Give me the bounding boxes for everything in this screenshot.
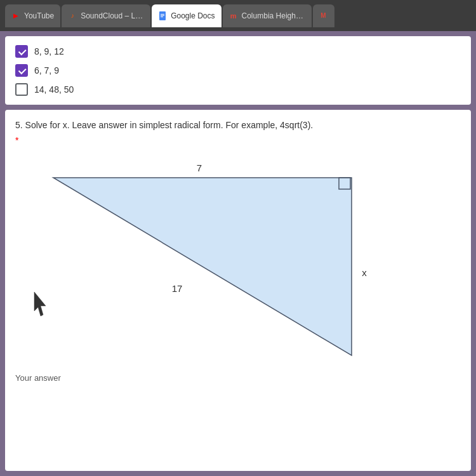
- gmail-favicon-icon: M: [319, 11, 328, 20]
- tab-soundcloud[interactable]: ♪ SoundCloud – Liste...: [62, 4, 150, 27]
- required-star: *: [15, 135, 18, 145]
- svg-marker-4: [53, 178, 352, 355]
- checkbox-3[interactable]: [15, 83, 28, 96]
- svg-rect-1: [161, 14, 164, 15]
- tab-bar: ▶ YouTube ♪ SoundCloud – Liste... Google…: [0, 0, 476, 31]
- diagram-area: 7 17 x: [15, 152, 461, 368]
- mc-option-3[interactable]: 14, 48, 50: [15, 83, 461, 96]
- your-answer-label[interactable]: Your answer: [15, 373, 461, 383]
- side-right-label: x: [362, 267, 367, 278]
- side-hyp-label: 17: [172, 283, 183, 294]
- tab-googledocs[interactable]: Google Docs: [152, 4, 221, 27]
- question-section: 5. Solve for x. Leave answer in simplest…: [5, 110, 471, 471]
- columbia-favicon-icon: m: [229, 11, 238, 20]
- triangle-diagram: 7 17 x: [15, 152, 447, 368]
- tab-columbia[interactable]: m Columbia Heights...: [223, 4, 312, 27]
- page-content: 8, 9, 12 6, 7, 9 14, 48, 50 5. Solve for…: [0, 31, 476, 476]
- mc-option-1-label: 8, 9, 12: [34, 46, 64, 56]
- question-text: 5. Solve for x. Leave answer in simplest…: [15, 119, 461, 132]
- soundcloud-favicon-icon: ♪: [68, 11, 77, 20]
- svg-marker-6: [34, 292, 46, 316]
- mc-option-3-label: 14, 48, 50: [34, 84, 74, 95]
- mc-section: 8, 9, 12 6, 7, 9 14, 48, 50: [5, 36, 471, 105]
- side-top-label: 7: [197, 162, 202, 173]
- tab-gmail[interactable]: M: [313, 4, 334, 27]
- checkbox-1[interactable]: [15, 45, 28, 58]
- youtube-favicon-icon: ▶: [11, 11, 20, 20]
- mc-option-1[interactable]: 8, 9, 12: [15, 45, 461, 58]
- tab-youtube-label: YouTube: [24, 11, 54, 20]
- tab-soundcloud-label: SoundCloud – Liste...: [81, 11, 144, 20]
- svg-rect-2: [161, 15, 164, 16]
- mc-option-2[interactable]: 6, 7, 9: [15, 64, 461, 77]
- tab-googledocs-label: Google Docs: [171, 11, 215, 20]
- svg-rect-3: [161, 17, 163, 17]
- tab-youtube[interactable]: ▶ YouTube: [5, 4, 60, 27]
- checkbox-2[interactable]: [15, 64, 28, 77]
- mc-option-2-label: 6, 7, 9: [34, 65, 59, 76]
- googledocs-favicon-icon: [158, 11, 167, 20]
- tab-columbia-label: Columbia Heights...: [242, 11, 305, 20]
